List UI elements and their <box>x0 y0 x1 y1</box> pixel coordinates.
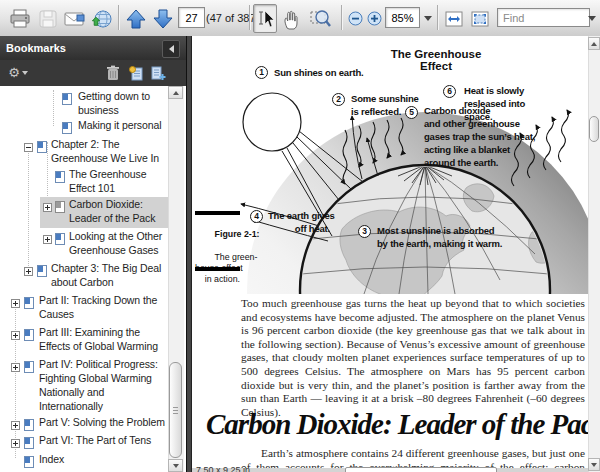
doc-scroll-up-button[interactable] <box>588 37 600 50</box>
callout-3-text: Most sunshine is absorbed by the earth, … <box>377 224 502 250</box>
fit-page-icon <box>470 10 490 28</box>
save-icon <box>38 9 58 29</box>
arrow-up-icon <box>125 8 147 30</box>
triangle-up-icon <box>173 91 179 95</box>
page-count-label: (47 of 387) <box>206 12 259 24</box>
bookmark-page-icon <box>55 201 65 213</box>
fit-width-icon <box>444 10 464 28</box>
bookmarks-tree: Getting down to business Making it perso… <box>0 86 186 472</box>
collapse-panel-button[interactable] <box>162 40 180 58</box>
chevron-down-icon <box>22 71 28 75</box>
bookmark-item-other-greenhouse-gases[interactable]: Looking at the Other Greenhouse Gases <box>69 229 162 257</box>
find-dropdown[interactable] <box>584 4 600 33</box>
doc-scroll-down-button[interactable] <box>588 458 600 471</box>
triangle-up-icon <box>591 42 597 46</box>
callout-1-text: Sun shines on earth. <box>274 66 363 79</box>
zoom-in-button[interactable] <box>364 4 384 33</box>
collapse-minus-icon[interactable] <box>24 143 33 152</box>
new-bookmark-button[interactable] <box>149 64 167 82</box>
marquee-zoom-icon <box>309 8 333 30</box>
hand-tool-button[interactable] <box>277 4 303 33</box>
expand-plus-icon[interactable] <box>43 203 52 212</box>
bookmark-page-icon <box>24 329 34 341</box>
zoom-out-button[interactable] <box>345 4 365 33</box>
plus-circle-icon <box>367 11 382 26</box>
previous-page-button[interactable] <box>122 4 150 33</box>
expand-plus-icon[interactable] <box>11 439 20 448</box>
fit-page-button[interactable] <box>467 4 493 33</box>
expand-plus-icon[interactable] <box>11 331 20 340</box>
callout-4-number: 4 <box>250 210 263 223</box>
page-number-input[interactable] <box>178 7 205 28</box>
bookmark-item-chapter-3[interactable]: Chapter 3: The Big Deal about Carbon <box>51 261 161 289</box>
expand-plus-icon[interactable] <box>11 299 20 308</box>
callout-6-number: 6 <box>443 85 456 98</box>
bookmark-item-getting-down-to-business[interactable]: Getting down to business <box>78 89 150 117</box>
bookmark-item-chapter-2[interactable]: Chapter 2: The Greenhouse We Live In <box>51 137 159 165</box>
sun <box>243 93 301 151</box>
figure-caption-bottom-bar <box>195 267 240 271</box>
tree-connector <box>28 148 29 270</box>
expand-plus-icon[interactable] <box>11 421 20 430</box>
zoom-level-input[interactable] <box>385 7 420 28</box>
bookmark-page-icon <box>62 122 72 134</box>
toolbar-separator <box>437 5 438 30</box>
callout-3-number: 3 <box>358 225 371 238</box>
bookmark-page-icon <box>24 361 34 373</box>
bookmark-page-icon <box>55 171 65 183</box>
save-button-disabled <box>34 4 62 33</box>
page-size-status: 7.50 x 9.25 in <box>196 465 250 472</box>
print-button[interactable] <box>6 4 34 33</box>
bookmark-page-icon <box>62 93 72 105</box>
fit-width-button[interactable] <box>441 4 467 33</box>
expand-plus-icon[interactable] <box>24 267 33 276</box>
scrollbar-thumb[interactable] <box>169 362 182 458</box>
callout-2-number: 2 <box>332 93 345 106</box>
marquee-zoom-button[interactable] <box>306 4 336 33</box>
find-input[interactable] <box>497 8 590 27</box>
next-page-button[interactable] <box>149 4 177 33</box>
application-window: (47 of 387) <box>0 0 600 472</box>
bookmark-page-icon <box>24 456 34 468</box>
bookmarks-panel-title: Bookmarks <box>6 42 66 54</box>
bookmark-item-greenhouse-effect-101[interactable]: The Greenhouse Effect 101 <box>69 167 146 195</box>
document-scrollbar[interactable] <box>588 36 600 472</box>
expand-current-bookmark-button[interactable] <box>127 64 145 82</box>
bookmark-item-part-iii[interactable]: Part III: Examining the Effects of Globa… <box>39 325 158 353</box>
tree-connector <box>53 90 54 126</box>
bookmark-options-button[interactable]: ⚙ <box>5 64 31 82</box>
bookmark-item-making-it-personal[interactable]: Making it personal <box>78 118 161 132</box>
doc-scrollbar-thumb[interactable] <box>589 116 599 142</box>
expand-plus-icon[interactable] <box>43 235 52 244</box>
scroll-down-button[interactable] <box>168 459 183 472</box>
bookmark-item-index[interactable]: Index <box>39 452 64 466</box>
section-heading: Carbon Dioxide: Leader of the Pack <box>206 408 596 441</box>
arrow-down-icon <box>152 8 174 30</box>
select-tool-icon <box>256 9 274 29</box>
bookmark-item-carbon-dioxide-selected[interactable]: Carbon Dioxide: Leader of the Pack <box>69 197 155 225</box>
callout-4-text: The earth gives off heat. <box>268 209 330 235</box>
bookmark-item-part-iv[interactable]: Part IV: Political Progress: Fighting Gl… <box>39 357 158 413</box>
scroll-up-button[interactable] <box>168 86 183 99</box>
bookmark-item-part-vi[interactable]: Part VI: The Part of Tens <box>39 433 151 447</box>
bookmark-item-part-ii[interactable]: Part II: Tracking Down the Causes <box>39 293 157 321</box>
select-tool-button[interactable] <box>253 4 277 33</box>
email-button[interactable] <box>61 4 89 33</box>
bookmark-page-icon <box>24 437 34 449</box>
figure-caption-label: Figure 2-1: <box>215 229 260 239</box>
bookmark-item-part-v[interactable]: Part V: Solving the Problem <box>39 415 165 429</box>
bookmark-page-icon <box>55 233 65 245</box>
share-button[interactable] <box>88 4 116 33</box>
bookmark-page-icon <box>24 419 34 431</box>
chevron-down-icon <box>424 16 432 21</box>
body-paragraph-1: Too much greenhouse gas turns the heat u… <box>241 297 585 419</box>
expand-plus-icon[interactable] <box>11 363 20 372</box>
callout-5-number: 5 <box>405 106 418 119</box>
tree-connector <box>47 142 48 198</box>
zoom-level-dropdown[interactable] <box>420 4 436 33</box>
bookmark-page-icon <box>24 297 34 309</box>
toolbar-separator <box>341 5 342 30</box>
delete-bookmark-button[interactable] <box>104 64 122 82</box>
figure-caption-top-bar <box>195 211 240 215</box>
triangle-down-icon <box>591 463 597 467</box>
